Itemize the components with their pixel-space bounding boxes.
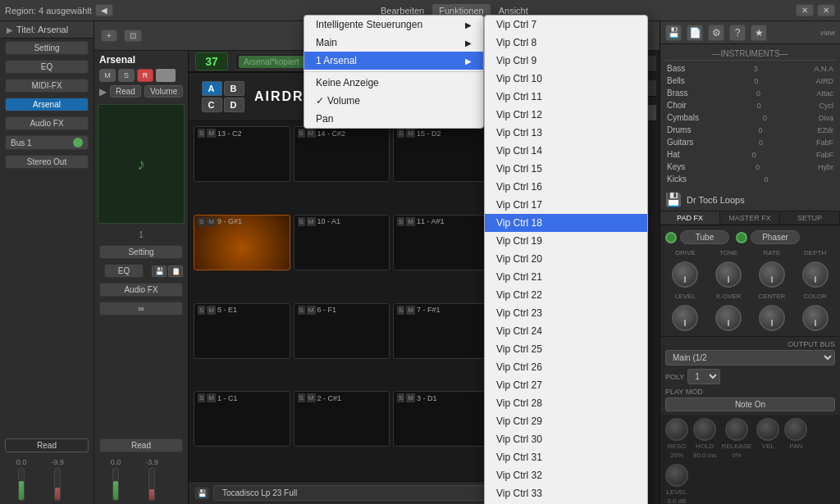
close-btn[interactable]: ✕: [817, 4, 835, 16]
note-on-btn[interactable]: Note On: [665, 397, 835, 411]
tab-pad-fx[interactable]: PAD FX: [660, 211, 720, 225]
output-dropdown[interactable]: Main (1/2: [665, 350, 835, 366]
vip-item-8[interactable]: Vip Ctrl 15: [485, 160, 647, 178]
nav-right-btn[interactable]: ✕: [796, 4, 814, 16]
pad-s-btn-6[interactable]: S: [397, 217, 404, 226]
tab-setup[interactable]: SETUP: [780, 211, 840, 225]
vip-item-10[interactable]: Vip Ctrl 17: [485, 196, 647, 214]
pad-s-btn-9[interactable]: S: [298, 306, 305, 315]
eq-btn-1[interactable]: EQ: [5, 60, 89, 74]
instrument-row-6[interactable]: Guitars 0 FabF: [664, 136, 837, 148]
add-track-btn[interactable]: +: [101, 30, 117, 42]
drum-pad-5[interactable]: S M 10 - A1: [294, 215, 390, 270]
pad-m-btn-1[interactable]: M: [307, 129, 316, 138]
floppy-icon[interactable]: 💾: [152, 266, 167, 277]
depth-knob[interactable]: [802, 261, 829, 288]
drum-pad-4[interactable]: S M 9 - G#1: [194, 215, 290, 270]
setting-btn-2[interactable]: Setting: [99, 245, 183, 259]
instrument-row-7[interactable]: Hat 0 FabF: [664, 148, 837, 161]
star-icon-r[interactable]: ★: [751, 25, 767, 41]
fader-bar-2[interactable]: [54, 468, 61, 501]
drum-pad-0[interactable]: S M 13 - C2: [194, 126, 290, 182]
effect1-toggle[interactable]: [665, 232, 677, 243]
gear-icon-r[interactable]: ⚙: [708, 25, 724, 41]
pad-s-btn-0[interactable]: S: [198, 129, 205, 138]
bottom-knob-0[interactable]: [665, 418, 688, 441]
dropdown-1arsenal[interactable]: 1 Arsenal ▶: [304, 52, 483, 70]
vip-item-9[interactable]: Vip Ctrl 16: [485, 178, 647, 196]
vip-item-6[interactable]: Vip Ctrl 13: [485, 124, 647, 142]
bottom-knob-3[interactable]: [756, 418, 779, 441]
bottom-knob-5[interactable]: [665, 464, 688, 487]
tab-a[interactable]: A: [202, 81, 222, 96]
center-knob[interactable]: [759, 305, 785, 331]
drum-pad-14[interactable]: S M 3 - D1: [393, 391, 490, 447]
vip-item-16[interactable]: Vip Ctrl 23: [485, 304, 647, 322]
read-btn-1[interactable]: Read: [5, 438, 89, 452]
effect1-dropdown[interactable]: Tube: [680, 230, 729, 244]
pad-s-btn-2[interactable]: S: [397, 129, 404, 138]
poly-dropdown[interactable]: 1: [687, 369, 720, 384]
instrument-row-0[interactable]: Bass 3 A.N.A: [664, 62, 837, 75]
solo-btn[interactable]: S: [118, 69, 135, 82]
duplicate-btn[interactable]: ⊡: [124, 30, 142, 42]
tone-knob[interactable]: [715, 261, 742, 288]
read-mode[interactable]: Read: [110, 85, 141, 98]
pad-m-btn-8[interactable]: M: [207, 306, 216, 315]
vip-item-20[interactable]: Vip Ctrl 27: [485, 376, 647, 394]
pad-m-btn-4[interactable]: M: [207, 217, 216, 226]
arsenal-btn[interactable]: Arsenal: [5, 98, 89, 111]
vip-item-13[interactable]: Vip Ctrl 20: [485, 250, 647, 268]
copy-icon[interactable]: 📋: [168, 266, 183, 277]
bottom-knob-4[interactable]: [784, 418, 807, 441]
fader-bar-4[interactable]: [148, 468, 155, 501]
dropdown-keine[interactable]: Keine Anzeige: [304, 74, 483, 92]
setting-btn-1[interactable]: Setting: [5, 41, 89, 55]
bus-btn[interactable]: Bus 1: [5, 135, 89, 150]
vip-item-25[interactable]: Vip Ctrl 32: [485, 466, 647, 484]
instrument-row-9[interactable]: Kicks 0: [664, 173, 837, 185]
vip-item-26[interactable]: Vip Ctrl 33: [485, 484, 647, 502]
dropdown-intelligent[interactable]: Intelligente Steuerungen ▶: [304, 16, 483, 34]
pad-s-btn-13[interactable]: S: [298, 393, 305, 402]
color-knob[interactable]: [802, 305, 829, 331]
vip-item-24[interactable]: Vip Ctrl 31: [485, 448, 647, 466]
instrument-row-2[interactable]: Brass 0 Attac: [664, 87, 837, 99]
pad-m-btn-12[interactable]: M: [207, 393, 216, 402]
pad-s-btn-5[interactable]: S: [298, 217, 305, 226]
vip-item-5[interactable]: Vip Ctrl 12: [485, 106, 647, 124]
file-icon-r[interactable]: 📄: [687, 25, 703, 41]
vip-item-12[interactable]: Vip Ctrl 19: [485, 232, 647, 250]
drum-pad-9[interactable]: S M 6 - F1: [294, 303, 390, 359]
pad-m-btn-5[interactable]: M: [307, 217, 316, 226]
instrument-row-4[interactable]: Cymbals 0 Diva: [664, 111, 837, 124]
drum-pad-8[interactable]: S M 5 - E1: [194, 303, 290, 359]
main-dropdown[interactable]: Intelligente Steuerungen ▶ Main ▶ 1 Arse…: [304, 15, 484, 129]
pad-m-btn-13[interactable]: M: [307, 393, 316, 402]
vip-item-17[interactable]: Vip Ctrl 24: [485, 322, 647, 340]
drum-pad-10[interactable]: S M 7 - F#1: [393, 303, 490, 359]
level-knob[interactable]: [672, 305, 698, 331]
stereo-out-btn[interactable]: Stereo Out: [5, 155, 89, 169]
drive-knob[interactable]: [672, 261, 698, 288]
read-btn-2[interactable]: Read: [99, 438, 183, 452]
drum-pad-6[interactable]: S M 11 - A#1: [393, 215, 490, 270]
bottom-knob-2[interactable]: [725, 418, 748, 441]
pad-m-btn-6[interactable]: M: [406, 217, 415, 226]
vip-item-22[interactable]: Vip Ctrl 29: [485, 412, 647, 430]
drum-pad-2[interactable]: S M 15 - D2: [393, 126, 490, 182]
record-btn[interactable]: R: [137, 69, 153, 82]
floppy-icon-r[interactable]: 💾: [665, 25, 682, 41]
vip-item-18[interactable]: Vip Ctrl 25: [485, 340, 647, 358]
pad-s-btn-10[interactable]: S: [397, 306, 404, 315]
vip-item-0[interactable]: Vip Ctrl 7: [485, 16, 647, 34]
pad-s-btn-4[interactable]: S: [198, 217, 205, 226]
vip-item-11[interactable]: Vip Ctrl 18: [485, 214, 647, 232]
drum-pad-12[interactable]: S M 1 - C1: [194, 391, 290, 447]
vip-item-15[interactable]: Vip Ctrl 22: [485, 286, 647, 304]
vip-item-21[interactable]: Vip Ctrl 28: [485, 394, 647, 412]
pad-m-btn-14[interactable]: M: [406, 393, 415, 402]
volume-mode[interactable]: Volume: [144, 85, 183, 98]
pad-m-btn-0[interactable]: M: [207, 129, 216, 138]
vip-item-19[interactable]: Vip Ctrl 26: [485, 358, 647, 376]
